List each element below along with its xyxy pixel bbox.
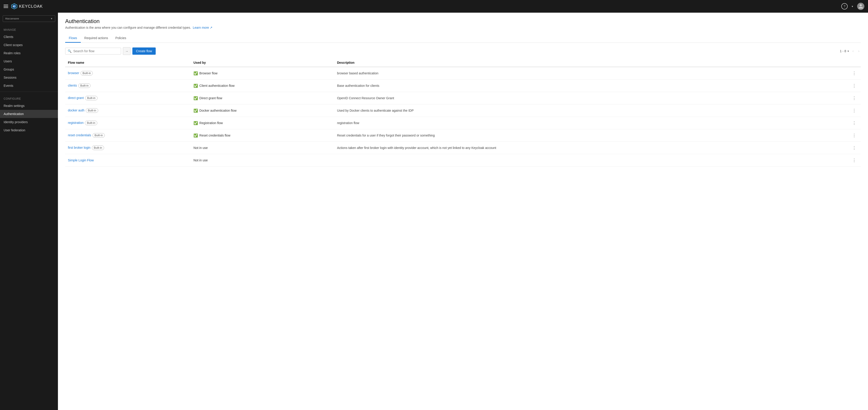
col-description: Description: [335, 59, 822, 67]
table-row: Simple Login FlowNot in use⋮: [65, 154, 861, 167]
row-actions-button[interactable]: ⋮: [850, 119, 858, 126]
row-actions-button[interactable]: ⋮: [850, 157, 858, 164]
create-flow-button[interactable]: Create flow: [132, 47, 156, 55]
actions-cell: ⋮: [822, 117, 861, 129]
flow-badge: Built-in: [85, 96, 97, 100]
sidebar-item-clients[interactable]: Clients: [0, 33, 58, 41]
flow-name-link[interactable]: clients: [68, 83, 77, 87]
sidebar-item-sessions[interactable]: Sessions: [0, 73, 58, 81]
flow-name-link[interactable]: browser: [68, 71, 79, 75]
tab-policies[interactable]: Policies: [112, 34, 130, 43]
description-cell: registration flow: [335, 117, 822, 129]
page-title: Authentication: [65, 18, 861, 25]
used-by-text: Registration flow: [199, 121, 223, 125]
active-check-icon: ✅: [193, 71, 198, 75]
table-row: first broker loginBuilt-inNot in useActi…: [65, 142, 861, 154]
sidebar-item-events[interactable]: Events: [0, 81, 58, 90]
used-by-cell: ✅Browser flow: [191, 67, 334, 79]
help-icon[interactable]: ?: [841, 3, 848, 9]
flow-name-link[interactable]: registration: [68, 121, 84, 125]
description-cell: Actions taken after first broker login w…: [335, 142, 822, 154]
sidebar-item-client-scopes[interactable]: Client scopes: [0, 41, 58, 49]
active-check-icon: ✅: [193, 96, 198, 100]
tab-required-actions[interactable]: Required actions: [81, 34, 112, 43]
topnav: KC KEYCLOAK ? ▼: [0, 0, 868, 13]
row-actions-button[interactable]: ⋮: [850, 144, 858, 151]
user-avatar[interactable]: [857, 3, 864, 10]
logo-text: KEYCLOAK: [19, 4, 43, 9]
col-actions: [822, 59, 861, 67]
sidebar-item-user-federation[interactable]: User federation: [0, 126, 58, 134]
table-row: docker authBuilt-in✅Docker authenticatio…: [65, 104, 861, 117]
actions-cell: ⋮: [822, 79, 861, 92]
table-row: registrationBuilt-in✅Registration flowre…: [65, 117, 861, 129]
sidebar-item-realm-roles[interactable]: Realm roles: [0, 49, 58, 57]
flow-name-link[interactable]: Simple Login Flow: [68, 159, 94, 162]
description-cell: browser based authentication: [335, 67, 822, 79]
table-header: Flow name Used by Description: [65, 59, 861, 67]
description-cell: [335, 154, 822, 167]
used-by-text: Not in use: [193, 159, 208, 162]
row-actions-button[interactable]: ⋮: [850, 82, 858, 89]
sidebar-item-authentication[interactable]: Authentication: [0, 110, 58, 118]
pagination-next-button[interactable]: ›: [857, 48, 861, 54]
pagination-dropdown-arrow[interactable]: ▼: [847, 50, 849, 53]
used-by-text: Docker authentication flow: [199, 109, 237, 112]
pagination-prev-button[interactable]: ‹: [851, 48, 855, 54]
realm-name: Ataccamaone: [5, 18, 19, 20]
used-by-cell: ✅Docker authentication flow: [191, 104, 334, 117]
search-icon: 🔍: [68, 49, 71, 53]
flow-badge: Built-in: [86, 108, 98, 113]
pagination-range: 1 - 8 ▼: [840, 49, 849, 53]
row-actions-button[interactable]: ⋮: [850, 95, 858, 101]
table-row: reset credentialsBuilt-in✅Reset credenti…: [65, 129, 861, 142]
active-check-icon: ✅: [193, 121, 198, 125]
learn-more-link[interactable]: Learn more: [193, 26, 209, 29]
search-input[interactable]: [73, 49, 119, 53]
actions-cell: ⋮: [822, 142, 861, 154]
active-check-icon: ✅: [193, 133, 198, 138]
row-actions-button[interactable]: ⋮: [850, 70, 858, 77]
sidebar-item-realm-settings[interactable]: Realm settings: [0, 102, 58, 110]
realm-dropdown-arrow: ▼: [51, 18, 53, 20]
flow-badge: Built-in: [81, 71, 93, 75]
page-description: Authentication is the area where you can…: [65, 26, 861, 29]
sidebar-item-identity-providers[interactable]: Identity providers: [0, 118, 58, 126]
flow-name-link[interactable]: reset credentials: [68, 133, 91, 137]
description-cell: OpenID Connect Resource Owner Grant: [335, 92, 822, 104]
row-actions-button[interactable]: ⋮: [850, 107, 858, 114]
flow-name-link[interactable]: first broker login: [68, 146, 91, 149]
flow-name-cell: direct grantBuilt-in: [65, 92, 191, 104]
sidebar-item-users[interactable]: Users: [0, 57, 58, 65]
flow-badge: Built-in: [78, 83, 91, 88]
actions-cell: ⋮: [822, 154, 861, 167]
row-actions-button[interactable]: ⋮: [850, 132, 858, 139]
tabs: Flows Required actions Policies: [65, 34, 861, 43]
used-by-cell: ✅Direct grant flow: [191, 92, 334, 104]
sidebar-item-groups[interactable]: Groups: [0, 65, 58, 73]
flow-name-link[interactable]: direct grant: [68, 96, 84, 100]
flow-name-cell: clientsBuilt-in: [65, 79, 191, 92]
actions-cell: ⋮: [822, 104, 861, 117]
tab-flows[interactable]: Flows: [65, 34, 81, 43]
flow-name-cell: reset credentialsBuilt-in: [65, 129, 191, 142]
col-used-by: Used by: [191, 59, 334, 67]
flow-name-link[interactable]: docker auth: [68, 108, 84, 112]
used-by-text: Browser flow: [199, 71, 217, 75]
logo: KC KEYCLOAK: [11, 3, 43, 10]
flow-name-cell: docker authBuilt-in: [65, 104, 191, 117]
used-by-cell: ✅Reset credentials flow: [191, 129, 334, 142]
sidebar-divider: [0, 92, 58, 92]
flows-table: Flow name Used by Description browserBui…: [65, 59, 861, 167]
search-submit-button[interactable]: →: [123, 47, 130, 55]
col-flow-name: Flow name: [65, 59, 191, 67]
sidebar: Ataccamaone ▼ Manage Clients Client scop…: [0, 13, 58, 410]
table-row: clientsBuilt-in✅Client authentication fl…: [65, 79, 861, 92]
toolbar: 🔍 → Create flow 1 - 8 ▼ ‹ ›: [65, 47, 861, 55]
hamburger-menu[interactable]: [4, 5, 8, 8]
search-wrapper: 🔍: [65, 48, 121, 55]
table-row: browserBuilt-in✅Browser flowbrowser base…: [65, 67, 861, 79]
user-dropdown-arrow[interactable]: ▼: [851, 5, 854, 8]
realm-selector[interactable]: Ataccamaone ▼: [3, 15, 55, 22]
flow-name-cell: first broker loginBuilt-in: [65, 142, 191, 154]
